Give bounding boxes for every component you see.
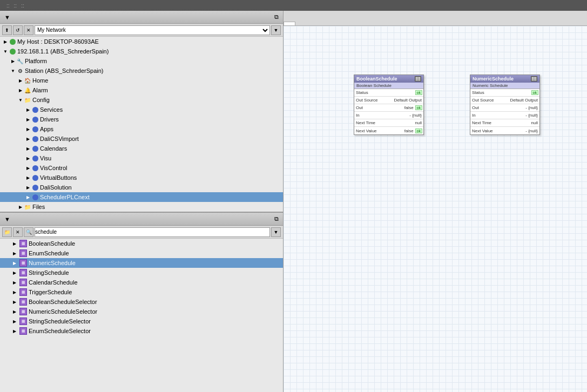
palette-btn-search[interactable]: 🔍	[24, 227, 33, 237]
tree-expand-ip-node[interactable]: ▼	[2, 48, 9, 55]
palette-toolbar: 📁 ✕ 🔍 ▼	[0, 226, 283, 239]
schedule-row-label: Status	[470, 90, 503, 96]
tree-item-visu[interactable]: ▶ Visu	[0, 153, 283, 163]
palette-item-numeric-schedule[interactable]: ▶ ▦ NumericSchedule	[0, 258, 283, 268]
nav-dropdown-btn[interactable]: ▼	[271, 25, 281, 35]
tree-item-drivers[interactable]: ▶ Drivers	[0, 114, 283, 124]
palette-btn-close[interactable]: ✕	[13, 227, 23, 237]
tree-expand-dalicsv[interactable]: ▶	[25, 136, 31, 142]
tree-label-home: Home	[32, 77, 48, 84]
tree-expand-config[interactable]: ▼	[17, 97, 24, 103]
tree-label-calendars: Calendars	[40, 145, 67, 152]
palette-expand-icon: ⧉	[274, 215, 279, 222]
tree-item-services[interactable]: ▶ Services	[0, 105, 283, 114]
tree-expand-station[interactable]: ▼	[10, 67, 16, 74]
tree-item-station[interactable]: ▼ ⚙ Station (ABS_SchrederSpain)	[0, 66, 283, 76]
schedule-row: Next Time null	[354, 119, 423, 127]
tree-item-calendars[interactable]: ▶ Calendars	[0, 144, 283, 153]
palette-icon-string-schedule-selector: ▦	[19, 317, 27, 325]
breadcrumb-sep3: ::	[21, 3, 24, 9]
tree-label-my-host: My Host : DESKTOP-86093AE	[17, 38, 99, 45]
palette-item-trigger-schedule[interactable]: ▶ ▦ TriggerSchedule	[0, 287, 283, 297]
schedule-row: In - {null}	[354, 112, 423, 119]
tree-label-viscontrol: VisControl	[40, 165, 68, 171]
tree-expand-files[interactable]: ▶	[17, 204, 24, 210]
tree-item-alarm[interactable]: ▶ 🔔 Alarm	[0, 85, 283, 95]
palette-dropdown-btn[interactable]: ▼	[271, 227, 281, 237]
schedule-row-label: Next Time	[470, 120, 503, 126]
nav-btn-up[interactable]: ⬆	[2, 25, 12, 35]
palette-item-enum-schedule-selector[interactable]: ▶ ▦ EnumScheduleSelector	[0, 326, 283, 336]
tree-item-schedulerplcnext[interactable]: ▶ SchedulerPLCnext	[0, 192, 283, 202]
palette-expand-trigger-schedule[interactable]: ▶	[11, 289, 18, 295]
tree-expand-my-host[interactable]: ▶	[2, 38, 9, 45]
nav-network-select[interactable]: My Network	[35, 25, 270, 35]
palette-icon-numeric-schedule-selector: ▦	[19, 308, 27, 315]
nav-toolbar: ⬆ ↺ ✕ My Network ▼	[0, 24, 283, 37]
tree-item-ip-node[interactable]: ▼ 192.168.1.1 (ABS_SchrederSpain)	[0, 46, 283, 56]
palette-expand-string-schedule[interactable]: ▶	[11, 269, 18, 276]
tree-item-viscontrol[interactable]: ▶ VisControl	[0, 163, 283, 173]
tree-expand-drivers[interactable]: ▶	[25, 116, 31, 123]
schedule-row-label: Next Value	[354, 128, 387, 134]
nav-btn-close[interactable]: ✕	[24, 25, 33, 35]
tree-expand-platform[interactable]: ▶	[10, 58, 16, 64]
nav-header[interactable]: ▼ ⧉	[0, 11, 283, 24]
palette-icon-numeric-schedule: ▦	[19, 259, 27, 267]
schedule-block-subtitle-numeric-schedule-block: Numeric Schedule	[470, 83, 539, 89]
nav-btn-refresh[interactable]: ↺	[13, 25, 23, 35]
schedule-block-boolean-schedule-block[interactable]: BooleanSchedule Boolean Schedule Status …	[354, 75, 424, 135]
schedule-block-numeric-schedule-block[interactable]: NumericSchedule Numeric Schedule Status …	[470, 75, 540, 135]
tree-expand-viscontrol[interactable]: ▶	[25, 165, 31, 171]
palette-header[interactable]: ▼ ⧉	[0, 213, 283, 226]
palette-expand-enum-schedule-selector[interactable]: ▶	[11, 328, 18, 334]
tree-icon-viscontrol	[31, 164, 39, 172]
tree-label-alarm: Alarm	[32, 87, 48, 93]
palette-expand-numeric-schedule-selector[interactable]: ▶	[11, 308, 18, 315]
palette-icon-enum-schedule: ▦	[19, 249, 27, 257]
schedule-row-value: null	[387, 120, 423, 126]
tree-item-dalisolution[interactable]: ▶ DaliSolution	[0, 183, 283, 192]
schedule-block-header-numeric-schedule-block[interactable]: NumericSchedule	[470, 75, 539, 83]
tree-expand-services[interactable]: ▶	[25, 106, 31, 113]
tree-item-config[interactable]: ▼ 📁 Config	[0, 95, 283, 105]
tree-expand-calendars[interactable]: ▶	[25, 145, 31, 152]
palette-expand-string-schedule-selector[interactable]: ▶	[11, 318, 18, 325]
wiresheet-canvas[interactable]: BooleanSchedule Boolean Schedule Status …	[284, 26, 587, 392]
palette-expand-calendar-schedule[interactable]: ▶	[11, 279, 18, 286]
tree-item-files[interactable]: ▶ 📁 Files	[0, 202, 283, 212]
tree-item-platform[interactable]: ▶ 🔧 Platform	[0, 56, 283, 66]
palette-item-boolean-schedule[interactable]: ▶ ▦ BooleanSchedule	[0, 239, 283, 248]
palette-item-numeric-schedule-selector[interactable]: ▶ ▦ NumericScheduleSelector	[0, 307, 283, 316]
palette-search-input[interactable]	[35, 227, 270, 237]
wiresheet-tab[interactable]	[284, 22, 295, 25]
palette-expand-numeric-schedule[interactable]: ▶	[11, 260, 18, 266]
tree-expand-dalisolution[interactable]: ▶	[25, 184, 31, 191]
palette-expand-boolean-schedule-selector[interactable]: ▶	[11, 299, 18, 305]
palette-expand-boolean-schedule[interactable]: ▶	[11, 240, 18, 247]
tree-item-apps[interactable]: ▶ Apps	[0, 124, 283, 134]
schedule-block-title-numeric-schedule-block: NumericSchedule	[473, 76, 514, 82]
palette-btn-folder[interactable]: 📁	[2, 227, 12, 237]
palette-label-calendar-schedule: CalendarSchedule	[29, 279, 78, 286]
tree-expand-apps[interactable]: ▶	[25, 126, 31, 132]
tree-label-dalicsv: DaliCSVimport	[40, 136, 79, 142]
tree-expand-alarm[interactable]: ▶	[17, 87, 24, 93]
palette-item-string-schedule-selector[interactable]: ▶ ▦ StringScheduleSelector	[0, 316, 283, 326]
palette-item-enum-schedule[interactable]: ▶ ▦ EnumSchedule	[0, 248, 283, 258]
palette-item-boolean-schedule-selector[interactable]: ▶ ▦ BooleanScheduleSelector	[0, 297, 283, 307]
palette-expand-enum-schedule[interactable]: ▶	[11, 250, 18, 256]
tree-expand-virtualbuttons[interactable]: ▶	[25, 174, 31, 181]
tree-expand-visu[interactable]: ▶	[25, 155, 31, 161]
tree-expand-home[interactable]: ▶	[17, 77, 24, 84]
tree-item-dalicsv[interactable]: ▶ DaliCSVimport	[0, 134, 283, 144]
palette-item-string-schedule[interactable]: ▶ ▦ StringSchedule	[0, 268, 283, 278]
schedule-block-header-boolean-schedule-block[interactable]: BooleanSchedule	[354, 75, 423, 83]
palette-item-calendar-schedule[interactable]: ▶ ▦ CalendarSchedule	[0, 278, 283, 287]
schedule-row-label: Out Source	[354, 97, 387, 103]
tree-item-my-host[interactable]: ▶ My Host : DESKTOP-86093AE	[0, 37, 283, 46]
tree-item-home[interactable]: ▶ 🏠 Home	[0, 76, 283, 85]
tree-item-virtualbuttons[interactable]: ▶ VirtualButtons	[0, 173, 283, 183]
tree-expand-schedulerplcnext[interactable]: ▶	[25, 194, 31, 200]
schedule-row-label: Out	[470, 105, 503, 111]
